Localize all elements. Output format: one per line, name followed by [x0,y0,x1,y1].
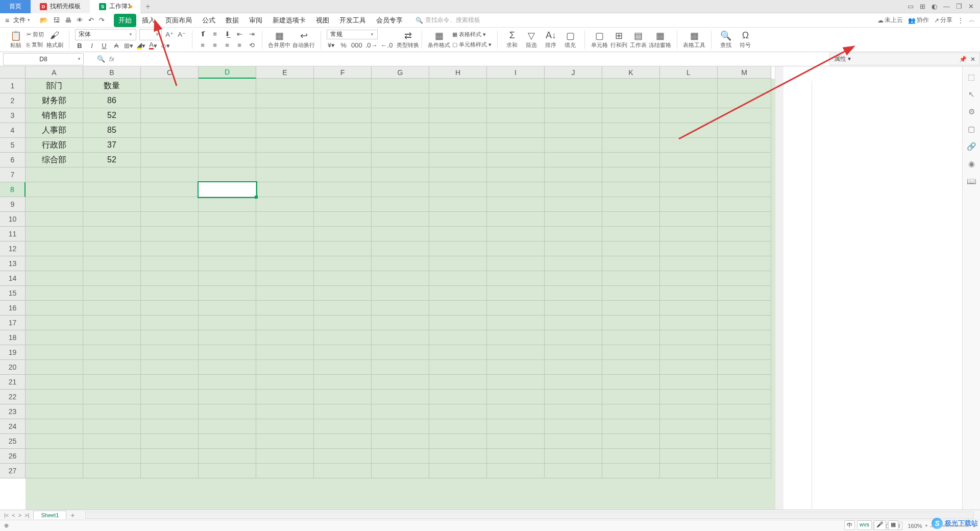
cell[interactable] [141,167,199,182]
format-painter-button[interactable]: 🖌格式刷 [46,31,63,49]
cell[interactable] [372,330,429,345]
orientation-icon[interactable]: ⟲ [247,40,256,50]
paste-button[interactable]: 📋粘贴 [7,31,24,49]
cell[interactable] [602,345,660,360]
col-header-F[interactable]: F [314,66,372,79]
cell[interactable] [602,197,660,212]
ribbon-tab-start[interactable]: 开始 [114,14,136,27]
cell[interactable] [660,256,718,271]
row-header-21[interactable]: 21 [0,375,26,390]
cell[interactable] [660,419,718,434]
cell[interactable] [256,227,314,242]
ribbon-tab-pagelayout[interactable]: 页面布局 [161,14,197,27]
row-header-12[interactable]: 12 [0,242,26,256]
ribbon-tab-view[interactable]: 视图 [311,14,334,27]
underline-button[interactable]: U [100,41,109,51]
cell[interactable] [372,345,429,360]
collab-button[interactable]: 👥 协作 [908,16,929,25]
row-header-23[interactable]: 23 [0,404,26,419]
cell[interactable] [372,167,429,182]
col-header-E[interactable]: E [256,66,314,79]
cell[interactable] [718,167,771,182]
cell[interactable] [199,123,256,138]
cell[interactable] [26,419,83,434]
cell[interactable] [314,330,372,345]
sheet-first-icon[interactable]: |< [4,512,9,518]
cell[interactable] [199,404,256,419]
cell[interactable] [141,449,199,464]
decimal-dec-icon[interactable]: ←.0 [381,41,393,50]
cell[interactable] [199,271,256,286]
col-header-L[interactable]: L [660,66,718,79]
row-header-14[interactable]: 14 [0,271,26,286]
cell[interactable] [660,345,718,360]
cell[interactable] [718,197,771,212]
freeze-button[interactable]: ▦冻结窗格 [649,31,671,49]
table-tools-button[interactable]: ▦表格工具 [683,31,705,49]
cell[interactable] [372,286,429,301]
row-header-26[interactable]: 26 [0,449,26,464]
cell[interactable] [199,345,256,360]
cell[interactable] [83,227,141,242]
cell[interactable] [718,79,771,93]
cell[interactable] [26,360,83,375]
bold-button[interactable]: B [75,41,84,51]
cell[interactable] [487,360,545,375]
cell[interactable] [718,182,771,197]
cell[interactable] [199,79,256,93]
row-header-11[interactable]: 11 [0,227,26,242]
cell[interactable]: 数量 [83,79,141,93]
cell[interactable] [429,464,487,478]
cell[interactable] [545,256,602,271]
cell[interactable]: 52 [83,153,141,167]
cell[interactable] [199,360,256,375]
cell[interactable] [660,360,718,375]
cell[interactable] [314,197,372,212]
cell[interactable] [545,434,602,449]
symbol-button[interactable]: Ω符号 [737,31,754,49]
cell[interactable] [487,301,545,316]
cell[interactable] [487,182,545,197]
cell[interactable] [487,286,545,301]
cell[interactable] [372,434,429,449]
cell[interactable] [487,153,545,167]
cell[interactable] [26,256,83,271]
cell[interactable] [256,167,314,182]
cell[interactable] [256,434,314,449]
row-header-7[interactable]: 7 [0,167,26,182]
horizontal-scrollbar[interactable] [85,512,974,519]
file-menu[interactable]: 文件▼ [13,16,31,25]
cell[interactable] [429,449,487,464]
cell[interactable] [314,79,372,93]
cell[interactable] [199,330,256,345]
cell[interactable] [602,271,660,286]
layout-icon[interactable]: ▭ [908,3,914,10]
cell[interactable] [314,256,372,271]
side-cursor-icon[interactable]: ↖ [968,90,975,99]
cell[interactable] [26,345,83,360]
cell[interactable] [545,79,602,93]
fill-color-button[interactable]: ◢▾ [136,41,145,51]
cell[interactable] [545,345,602,360]
cell[interactable] [372,138,429,153]
italic-button[interactable]: I [87,41,96,51]
cell[interactable] [372,197,429,212]
cell[interactable] [256,419,314,434]
cell[interactable] [718,464,771,478]
decimal-inc-icon[interactable]: .0→ [365,41,378,50]
cell[interactable] [429,345,487,360]
cell[interactable] [256,404,314,419]
cell[interactable] [141,419,199,434]
cell[interactable] [314,93,372,108]
increase-font-icon[interactable]: A⁺ [165,30,174,39]
cell[interactable] [602,316,660,330]
select-all-corner[interactable] [0,66,26,79]
cell[interactable]: 销售部 [26,108,83,123]
cell[interactable] [718,449,771,464]
cell[interactable] [26,390,83,404]
cell[interactable] [660,167,718,182]
cell[interactable] [26,271,83,286]
cell[interactable] [83,449,141,464]
cell[interactable] [660,449,718,464]
row-header-1[interactable]: 1 [0,79,26,93]
